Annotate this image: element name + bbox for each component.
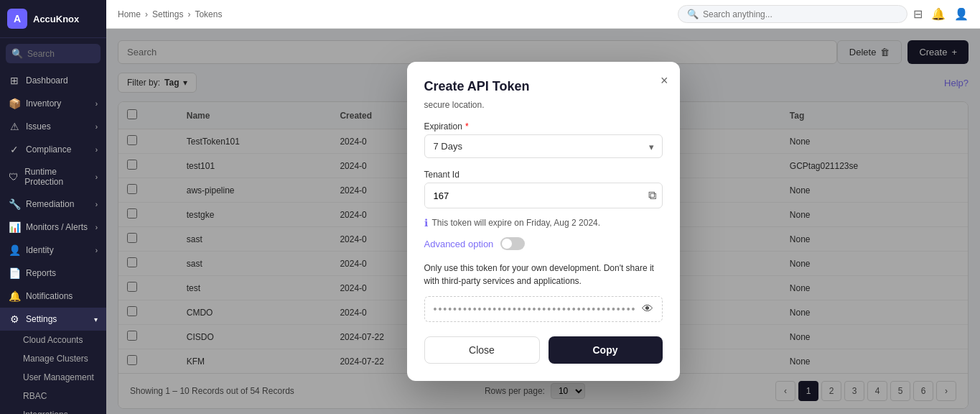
toggle-visibility-button[interactable]: 👁 bbox=[642, 303, 653, 316]
breadcrumb-sep2: › bbox=[187, 9, 190, 19]
expiry-info-message: ℹ This token will expire on Friday, Aug … bbox=[424, 217, 663, 229]
tenant-section: Tenant Id ⧉ bbox=[424, 170, 663, 208]
sidebar-logo: A AccuKnox bbox=[0, 0, 106, 38]
sidebar-item-label: Reports bbox=[26, 268, 56, 278]
topbar-search-input[interactable] bbox=[703, 9, 898, 19]
sidebar-item-settings[interactable]: ⚙ Settings ▾ bbox=[0, 308, 106, 331]
expiration-select[interactable]: 7 Days 30 Days 60 Days 90 Days Never bbox=[424, 134, 663, 158]
sidebar-item-identity[interactable]: 👤 Identity › bbox=[0, 239, 106, 262]
topbar-search-box[interactable]: 🔍 bbox=[678, 5, 907, 23]
page-content: Delete 🗑 Create + Filter by: Tag ▾ Help? bbox=[106, 29, 980, 414]
issues-icon: ⚠ bbox=[9, 121, 20, 132]
topbar-icons: ⊟ 🔔 👤 bbox=[913, 7, 969, 21]
token-value: ••••••••••••••••••••••••••••••••••••••••… bbox=[434, 303, 636, 315]
sidebar-item-label: Issues bbox=[26, 121, 51, 132]
chevron-icon: › bbox=[95, 146, 98, 154]
breadcrumb-sep1: › bbox=[145, 9, 148, 19]
info-text: This token will expire on Friday, Aug 2 … bbox=[432, 218, 601, 228]
tenant-id-input-wrap: ⧉ bbox=[424, 183, 663, 208]
required-indicator: * bbox=[465, 121, 469, 132]
sidebar-item-label: Identity bbox=[26, 245, 54, 255]
breadcrumb-current: Tokens bbox=[195, 9, 222, 19]
advanced-option-toggle[interactable] bbox=[500, 237, 525, 250]
topbar-search-icon: 🔍 bbox=[687, 9, 699, 19]
sidebar-sub-user-management[interactable]: User Management bbox=[0, 368, 106, 387]
sidebar-item-notifications[interactable]: 🔔 Notifications bbox=[0, 285, 106, 308]
chevron-icon: › bbox=[95, 224, 98, 231]
logo-text: AccuKnox bbox=[33, 14, 79, 24]
modal-actions: Close Copy bbox=[424, 336, 663, 364]
chevron-icon: › bbox=[95, 123, 98, 131]
user-avatar-icon[interactable]: 👤 bbox=[954, 7, 969, 21]
sidebar-item-label: Remediation bbox=[26, 199, 74, 209]
sidebar-sub-cloud-accounts[interactable]: Cloud Accounts bbox=[0, 331, 106, 349]
sidebar-item-label: Notifications bbox=[26, 291, 73, 301]
tenant-id-label: Tenant Id bbox=[424, 170, 663, 180]
sidebar-search-input[interactable] bbox=[27, 49, 95, 59]
reports-icon: 📄 bbox=[9, 267, 20, 279]
chevron-icon: › bbox=[95, 100, 98, 108]
tenant-id-input[interactable] bbox=[425, 185, 643, 207]
sidebar: A AccuKnox 🔍 ⊞ Dashboard 📦 Inventory › ⚠… bbox=[0, 0, 106, 414]
breadcrumb-home[interactable]: Home bbox=[118, 9, 141, 19]
logo-icon: A bbox=[7, 9, 27, 29]
inventory-icon: 📦 bbox=[9, 98, 20, 109]
monitors-icon: 📊 bbox=[9, 221, 20, 233]
notification-bell-icon[interactable]: 🔔 bbox=[931, 7, 946, 21]
expiration-label: Expiration * bbox=[424, 121, 663, 132]
copy-tenant-button[interactable]: ⧉ bbox=[643, 183, 662, 208]
create-api-token-modal: × Create API Token secure location. Expi… bbox=[407, 62, 680, 381]
sidebar-item-label: Runtime Protection bbox=[24, 167, 89, 187]
expiration-select-wrapper: 7 Days 30 Days 60 Days 90 Days Never bbox=[424, 134, 663, 158]
modal-overlay: × Create API Token secure location. Expi… bbox=[106, 29, 980, 414]
chevron-icon: › bbox=[95, 201, 98, 208]
notifications-icon: 🔔 bbox=[9, 290, 20, 302]
sidebar-item-runtime[interactable]: 🛡 Runtime Protection › bbox=[0, 161, 106, 193]
settings-icon: ⚙ bbox=[9, 313, 20, 325]
sidebar-item-compliance[interactable]: ✓ Compliance › bbox=[0, 138, 106, 161]
copy-token-button[interactable]: Copy bbox=[549, 336, 663, 364]
modal-close-button[interactable]: × bbox=[661, 73, 668, 88]
topbar: Home › Settings › Tokens 🔍 ⊟ 🔔 👤 bbox=[106, 0, 980, 29]
modal-title: Create API Token bbox=[424, 79, 663, 94]
sidebar-search-box[interactable]: 🔍 bbox=[6, 44, 101, 63]
dropdown-icon[interactable]: ⊟ bbox=[913, 7, 923, 21]
sidebar-item-dashboard[interactable]: ⊞ Dashboard bbox=[0, 69, 106, 92]
remediation-icon: 🔧 bbox=[9, 198, 20, 210]
sidebar-item-label: Dashboard bbox=[26, 75, 68, 86]
sidebar-item-reports[interactable]: 📄 Reports bbox=[0, 262, 106, 285]
sidebar-item-label: Inventory bbox=[26, 98, 61, 109]
dashboard-icon: ⊞ bbox=[9, 75, 20, 86]
warning-message: Only use this token for your own develop… bbox=[424, 262, 663, 288]
runtime-icon: 🛡 bbox=[9, 171, 19, 183]
sidebar-item-issues[interactable]: ⚠ Issues › bbox=[0, 115, 106, 138]
sidebar-item-inventory[interactable]: 📦 Inventory › bbox=[0, 92, 106, 115]
search-icon: 🔍 bbox=[11, 48, 23, 59]
toggle-knob bbox=[502, 239, 512, 249]
sidebar-item-label: Monitors / Alerts bbox=[26, 222, 88, 232]
compliance-icon: ✓ bbox=[9, 144, 20, 155]
sidebar-sub-manage-clusters[interactable]: Manage Clusters bbox=[0, 349, 106, 368]
breadcrumb: Home › Settings › Tokens bbox=[118, 9, 672, 19]
advanced-option-row: Advanced option bbox=[424, 237, 663, 250]
chevron-icon: › bbox=[95, 173, 98, 181]
advanced-option-label[interactable]: Advanced option bbox=[424, 239, 494, 249]
token-display: ••••••••••••••••••••••••••••••••••••••••… bbox=[424, 296, 663, 322]
sidebar-item-remediation[interactable]: 🔧 Remediation › bbox=[0, 193, 106, 216]
sidebar-sub-integrations[interactable]: Integrations bbox=[0, 405, 106, 414]
sidebar-item-monitors[interactable]: 📊 Monitors / Alerts › bbox=[0, 216, 106, 239]
chevron-icon: ▾ bbox=[94, 316, 98, 323]
breadcrumb-settings[interactable]: Settings bbox=[152, 9, 183, 19]
sidebar-sub-rbac[interactable]: RBAC bbox=[0, 387, 106, 405]
sidebar-item-label: Settings bbox=[26, 314, 57, 324]
sidebar-nav: ⊞ Dashboard 📦 Inventory › ⚠ Issues › ✓ C… bbox=[0, 69, 106, 414]
modal-note: secure location. bbox=[424, 100, 663, 110]
main-area: Home › Settings › Tokens 🔍 ⊟ 🔔 👤 Delete … bbox=[106, 0, 980, 414]
chevron-icon: › bbox=[95, 247, 98, 254]
sidebar-item-label: Compliance bbox=[26, 144, 71, 155]
info-icon: ℹ bbox=[424, 217, 428, 229]
identity-icon: 👤 bbox=[9, 244, 20, 256]
close-modal-button[interactable]: Close bbox=[424, 336, 540, 364]
